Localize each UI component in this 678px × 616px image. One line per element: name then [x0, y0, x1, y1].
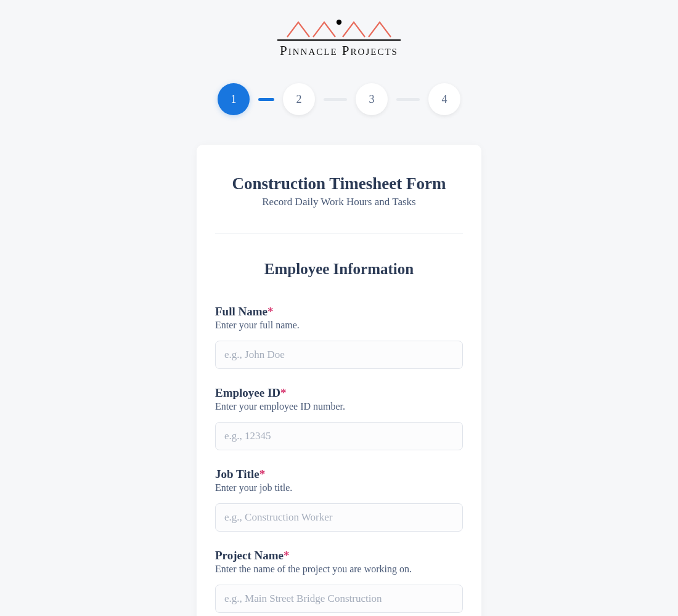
field-label: Employee ID	[215, 386, 280, 399]
step-1[interactable]: 1	[218, 83, 250, 115]
step-connector-3	[396, 98, 420, 101]
project-name-input[interactable]	[215, 585, 463, 613]
page-root: Pinnacle Projects 1 2 3 4 Construction T…	[0, 0, 678, 616]
form-subtitle: Record Daily Work Hours and Tasks	[262, 196, 415, 208]
divider	[215, 233, 463, 233]
field-label: Full Name	[215, 305, 268, 318]
field-hint: Enter the name of the project you are wo…	[215, 564, 463, 575]
peaks-icon	[284, 18, 394, 38]
form-card: Construction Timesheet Form Record Daily…	[197, 145, 481, 616]
brand-logo: Pinnacle Projects	[277, 18, 401, 59]
svg-point-0	[337, 20, 341, 25]
step-4[interactable]: 4	[428, 83, 460, 115]
field-label: Project Name	[215, 549, 284, 562]
required-mark: *	[259, 468, 266, 480]
job-title-input[interactable]	[215, 503, 463, 532]
field-hint: Enter your employee ID number.	[215, 401, 463, 412]
required-mark: *	[280, 386, 287, 399]
field-job-title: Job Title* Enter your job title.	[215, 468, 463, 532]
field-label: Job Title	[215, 468, 259, 480]
required-mark: *	[268, 305, 274, 318]
progress-stepper: 1 2 3 4	[218, 83, 460, 115]
logo-divider	[277, 39, 401, 41]
full-name-input[interactable]	[215, 341, 463, 369]
step-2[interactable]: 2	[283, 83, 315, 115]
form-title: Construction Timesheet Form	[232, 174, 446, 193]
section-title: Employee Information	[264, 261, 414, 278]
field-full-name: Full Name* Enter your full name.	[215, 305, 463, 369]
field-hint: Enter your job title.	[215, 482, 463, 493]
brand-name: Pinnacle Projects	[280, 43, 398, 59]
field-hint: Enter your full name.	[215, 320, 463, 331]
field-project-name: Project Name* Enter the name of the proj…	[215, 549, 463, 613]
step-connector-2	[324, 98, 347, 101]
step-3[interactable]: 3	[356, 83, 388, 115]
required-mark: *	[284, 549, 290, 562]
field-employee-id: Employee ID* Enter your employee ID numb…	[215, 386, 463, 450]
employee-id-input[interactable]	[215, 422, 463, 450]
step-connector-1	[258, 98, 274, 101]
